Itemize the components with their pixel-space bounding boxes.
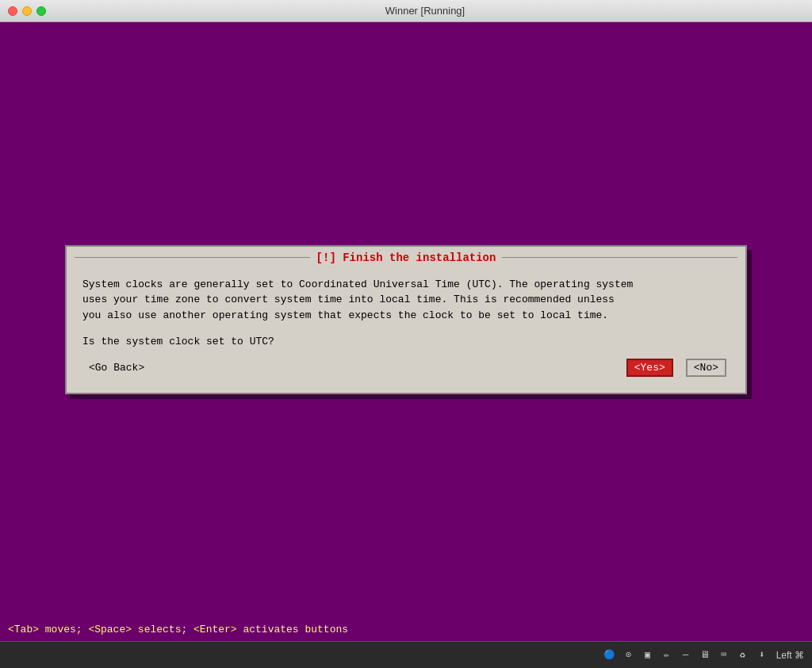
window-chrome: Winner [Running] <box>0 0 812 22</box>
bottom-toolbar: 🔵 ⊙ ▣ ✏ — 🖥 ⌨ ♻ ⬇ Left ⌘ <box>0 641 812 668</box>
window-title: Winner [Running] <box>46 5 804 17</box>
toolbar-icon-7: ⌨ <box>716 647 732 663</box>
no-button[interactable]: <No> <box>686 359 726 377</box>
go-back-button[interactable]: <Go Back> <box>86 360 147 375</box>
dialog-title-bar: [!] Finish the installation <box>67 247 745 269</box>
status-bar: <Tab> moves; <Space> selects; <Enter> ac… <box>0 617 812 641</box>
title-line-right <box>502 257 737 258</box>
dialog-box: [!] Finish the installation System clock… <box>65 245 747 395</box>
toolbar-icon-9: ⬇ <box>754 647 770 663</box>
toolbar-icon-2: ⊙ <box>621 647 637 663</box>
terminal-area: [!] Finish the installation System clock… <box>0 22 812 641</box>
dialog-buttons: <Go Back> <Yes> <No> <box>82 359 730 377</box>
traffic-lights <box>8 6 46 16</box>
dialog-wrapper: [!] Finish the installation System clock… <box>65 245 747 395</box>
dialog-body: System clocks are generally set to Coord… <box>82 277 730 324</box>
toolbar-icon-6: 🖥 <box>697 647 713 663</box>
toolbar-icon-1: 🔵 <box>602 647 618 663</box>
dialog-content: System clocks are generally set to Coord… <box>67 269 745 394</box>
yes-button[interactable]: <Yes> <box>626 359 673 377</box>
content-area: [!] Finish the installation System clock… <box>0 22 812 617</box>
dialog-title: [!] Finish the installation <box>316 251 496 264</box>
toolbar-icon-3: ▣ <box>640 647 656 663</box>
status-text: <Tab> moves; <Space> selects; <Enter> ac… <box>8 624 348 635</box>
title-line-left <box>75 257 310 258</box>
dialog-question: Is the system clock set to UTC? <box>82 336 730 347</box>
toolbar-icon-8: ♻ <box>735 647 751 663</box>
toolbar-label: Left ⌘ <box>776 650 804 661</box>
maximize-button[interactable] <box>36 6 46 16</box>
toolbar-icon-4: ✏ <box>659 647 675 663</box>
minimize-button[interactable] <box>22 6 32 16</box>
toolbar-icon-5: — <box>678 647 694 663</box>
close-button[interactable] <box>8 6 17 16</box>
